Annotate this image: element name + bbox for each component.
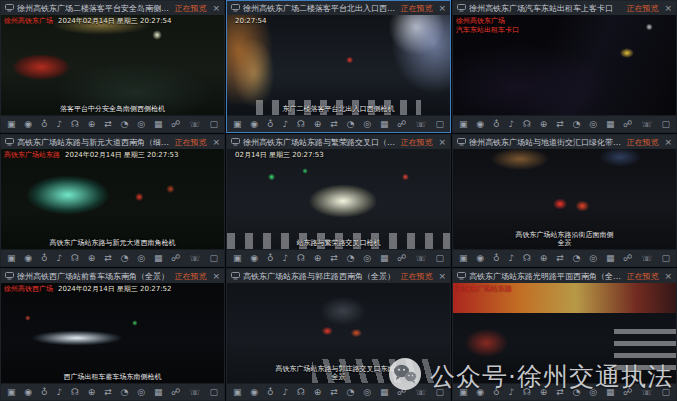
lock-icon[interactable]: ☍ [171,120,180,129]
instant-playback-icon[interactable]: ◔ [573,120,581,129]
record-icon[interactable]: ◉ [250,254,258,263]
digital-zoom-icon[interactable]: ⊕ [314,254,322,263]
snapshot-icon[interactable]: ▣ [233,120,242,129]
fisheye-icon[interactable]: ◎ [363,254,371,263]
audio-icon[interactable]: ♪ [508,120,514,129]
snapshot-icon[interactable]: ▣ [7,120,16,129]
record-icon[interactable]: ◉ [250,388,258,397]
stream-switch-icon[interactable]: ⇄ [104,120,112,129]
close-icon[interactable]: × [664,3,672,13]
close-icon[interactable]: × [438,137,446,147]
lock-icon[interactable]: ☍ [397,120,406,129]
multi-view-icon[interactable]: ▦ [154,254,163,263]
digital-zoom-icon[interactable]: ⊕ [314,388,322,397]
camera-tile[interactable]: 徐州高铁东广场汽车东站出租车上客卡口 正在预览 × 徐州高铁东广场汽车东站出租车… [452,0,677,133]
video-feed[interactable]: 02月14日 星期三 20:27:53 站东路与繁荣路交叉口枪机 [227,149,450,249]
close-icon[interactable]: × [664,271,672,281]
multi-view-icon[interactable]: ▦ [606,120,615,129]
record-icon[interactable]: ◉ [24,388,32,397]
video-feed[interactable]: 徐州高铁西广场 2024年02月14日 星期三 20:27:52 西广场出租车蓄… [1,283,224,383]
multi-view-icon[interactable]: ▦ [380,120,389,129]
audio-icon[interactable]: ♪ [282,254,288,263]
audio-icon[interactable]: ♪ [282,388,288,397]
instant-playback-icon[interactable]: ◔ [121,388,129,397]
snapshot-icon[interactable]: ▣ [7,254,16,263]
multi-view-icon[interactable]: ▦ [380,254,389,263]
fullscreen-icon[interactable]: ▢ [435,120,444,129]
lock-icon[interactable]: ☍ [397,254,406,263]
record-icon[interactable]: ◉ [250,120,258,129]
snapshot-icon[interactable]: ▣ [7,388,16,397]
two-way-talk-icon[interactable]: ☏ [189,254,200,263]
video-feed[interactable]: 徐州高铁东广场 2024年02月14日 星期三 20:27:54 落客平台中分安… [1,15,224,115]
fisheye-icon[interactable]: ◎ [363,120,371,129]
instant-playback-icon[interactable]: ◔ [121,120,129,129]
video-feed[interactable]: 高铁东广场站东路沿街店面南侧全景 [453,149,676,249]
fullscreen-icon[interactable]: ▢ [209,254,218,263]
close-icon[interactable]: × [438,3,446,13]
stream-switch-icon[interactable]: ⇄ [330,254,338,263]
stream-switch-icon[interactable]: ⇄ [556,120,564,129]
mic-icon[interactable]: ☊ [71,120,79,129]
two-way-talk-icon[interactable]: ☏ [189,120,200,129]
camera-tile[interactable]: 高铁东广场站东路与新元大道西南角（细节） 正在预览 × 高铁东广场站东路 202… [0,134,225,267]
camera-tile[interactable]: 徐州高铁东广场站与地道街交汇口绿化带（全景） 正在预览 × 高铁东广场站东路沿街… [452,134,677,267]
stream-switch-icon[interactable]: ⇄ [104,254,112,263]
mic-icon[interactable]: ☊ [523,120,531,129]
camera-tile[interactable]: 徐州高铁东广场站东路与繁荣路交叉口（特写） 正在预览 × 02月14日 星期三 … [226,134,451,267]
fisheye-icon[interactable]: ◎ [137,388,145,397]
stream-switch-icon[interactable]: ⇄ [330,388,338,397]
instant-playback-icon[interactable]: ◔ [573,254,581,263]
digital-zoom-icon[interactable]: ⊕ [88,388,96,397]
record-icon[interactable]: ◉ [476,254,484,263]
lock-icon[interactable]: ☍ [171,388,180,397]
video-feed[interactable]: 徐州高铁东广场汽车东站出租车卡口 [453,15,676,115]
mic-icon[interactable]: ☊ [71,254,79,263]
ptz-control-icon[interactable]: ♁ [41,120,48,129]
mic-icon[interactable]: ☊ [71,388,79,397]
digital-zoom-icon[interactable]: ⊕ [88,120,96,129]
fullscreen-icon[interactable]: ▢ [209,388,218,397]
audio-icon[interactable]: ♪ [508,254,514,263]
fisheye-icon[interactable]: ◎ [137,120,145,129]
snapshot-icon[interactable]: ▣ [233,388,242,397]
two-way-talk-icon[interactable]: ☏ [641,120,652,129]
lock-icon[interactable]: ☍ [171,254,180,263]
multi-view-icon[interactable]: ▦ [154,120,163,129]
instant-playback-icon[interactable]: ◔ [347,388,355,397]
audio-icon[interactable]: ♪ [56,120,62,129]
fisheye-icon[interactable]: ◎ [589,254,597,263]
digital-zoom-icon[interactable]: ⊕ [88,254,96,263]
two-way-talk-icon[interactable]: ☏ [415,120,426,129]
ptz-control-icon[interactable]: ♁ [41,254,48,263]
digital-zoom-icon[interactable]: ⊕ [314,120,322,129]
multi-view-icon[interactable]: ▦ [606,254,615,263]
camera-tile[interactable]: 徐州高铁东广场二楼落客平台北出入口西侧（全景） 正在预览 × 20:27:54 … [226,0,451,133]
close-icon[interactable]: × [212,137,220,147]
fullscreen-icon[interactable]: ▢ [209,120,218,129]
fisheye-icon[interactable]: ◎ [137,254,145,263]
record-icon[interactable]: ◉ [476,120,484,129]
ptz-control-icon[interactable]: ♁ [493,120,500,129]
mic-icon[interactable]: ☊ [297,388,305,397]
ptz-control-icon[interactable]: ♁ [267,388,274,397]
fisheye-icon[interactable]: ◎ [589,120,597,129]
close-icon[interactable]: × [664,137,672,147]
ptz-control-icon[interactable]: ♁ [267,254,274,263]
instant-playback-icon[interactable]: ◔ [347,254,355,263]
camera-tile[interactable]: 徐州高铁西广场站前蓄车场东南角（全景） 正在预览 × 徐州高铁西广场 2024年… [0,268,225,401]
stream-switch-icon[interactable]: ⇄ [556,254,564,263]
multi-view-icon[interactable]: ▦ [154,388,163,397]
stream-switch-icon[interactable]: ⇄ [330,120,338,129]
digital-zoom-icon[interactable]: ⊕ [540,254,548,263]
close-icon[interactable]: × [212,271,220,281]
snapshot-icon[interactable]: ▣ [459,120,468,129]
two-way-talk-icon[interactable]: ☏ [189,388,200,397]
video-feed[interactable]: 高铁东广场站东路 2024年02月14日 星期三 20:27:53 高铁东广场站… [1,149,224,249]
close-icon[interactable]: × [438,271,446,281]
digital-zoom-icon[interactable]: ⊕ [540,120,548,129]
fisheye-icon[interactable]: ◎ [363,388,371,397]
audio-icon[interactable]: ♪ [56,388,62,397]
instant-playback-icon[interactable]: ◔ [121,254,129,263]
mic-icon[interactable]: ☊ [523,254,531,263]
